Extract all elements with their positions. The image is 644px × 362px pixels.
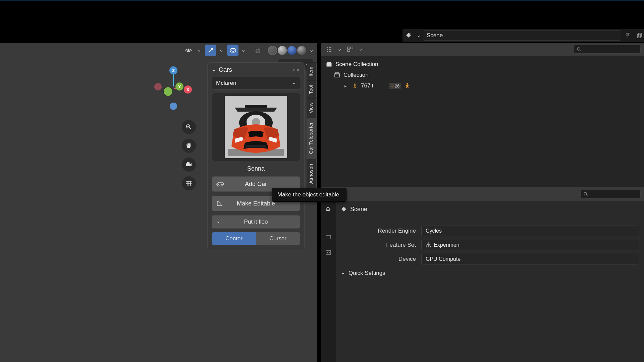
car-thumbnail[interactable] <box>225 96 287 158</box>
scene-dropdown-caret[interactable] <box>417 33 421 39</box>
expand-triangle-icon[interactable] <box>342 83 349 88</box>
segment-center[interactable]: Center <box>212 232 256 245</box>
placement-segmented: Center Cursor <box>212 232 300 245</box>
chevron-down-icon[interactable] <box>337 46 342 53</box>
gizmo-neg-x[interactable] <box>154 83 162 90</box>
properties-body: Scene Render Engine Cycles Feature Set E… <box>336 201 644 362</box>
pin-icon[interactable] <box>623 33 633 39</box>
copy-scene-icon[interactable] <box>635 33 644 39</box>
add-car-label: Add Car <box>212 181 300 188</box>
properties-header <box>321 187 644 201</box>
outliner-mode-icon[interactable] <box>324 45 334 54</box>
svg-rect-25 <box>347 50 350 52</box>
car-icon <box>216 181 225 187</box>
device-row: Device GPU Compute <box>341 254 639 264</box>
overlay-caret[interactable] <box>240 45 247 56</box>
feature-set-dropdown[interactable]: Experimen <box>421 240 639 250</box>
gizmo-y[interactable]: Y <box>175 82 183 90</box>
mesh-count-badge: ▽26 <box>389 83 401 89</box>
svg-point-11 <box>188 162 190 163</box>
tab-tool[interactable]: Tool <box>307 80 317 98</box>
tab-view[interactable]: View <box>307 98 317 117</box>
tab-atmosphere[interactable]: Atmosph <box>307 159 317 188</box>
output-tab-icon[interactable] <box>323 233 333 243</box>
visibility-icon[interactable] <box>183 45 194 56</box>
properties-search[interactable] <box>580 190 641 198</box>
gizmo-caret[interactable] <box>218 45 224 56</box>
svg-point-18 <box>218 185 219 186</box>
shading-mode-group <box>268 46 307 55</box>
device-dropdown[interactable]: GPU Compute <box>421 254 639 264</box>
collection-icon <box>334 72 341 78</box>
svg-point-31 <box>354 83 356 85</box>
3d-viewport[interactable]: Options Z Y X Cars ⠿⠿ Mcla <box>0 43 317 362</box>
warning-icon <box>426 242 431 248</box>
gizmo-z[interactable]: Z <box>169 66 177 74</box>
breadcrumb-label: Scene <box>350 206 367 213</box>
outliner-search[interactable] <box>574 45 641 54</box>
svg-rect-36 <box>326 235 331 239</box>
mesh-icon: ▽ <box>390 83 394 88</box>
outliner-header <box>321 43 644 56</box>
separator <box>250 46 250 55</box>
camera-view-icon[interactable] <box>182 158 196 172</box>
outliner-display-icon[interactable] <box>345 45 355 54</box>
navigation-gizmo[interactable]: Z Y X <box>154 66 201 120</box>
feature-set-value: Experimen <box>434 242 459 248</box>
gizmo-toggle-icon[interactable] <box>205 45 216 56</box>
quick-settings-disclosure[interactable]: Quick Settings <box>341 270 639 277</box>
render-engine-row: Render Engine Cycles <box>341 226 639 236</box>
brand-dropdown[interactable]: Mclaren <box>212 77 300 89</box>
xray-icon[interactable] <box>254 45 261 56</box>
outliner-tree: Scene Collection Collection 767lt ▽26 <box>321 56 644 95</box>
properties-panel: Scene Render Engine Cycles Feature Set E… <box>321 187 644 362</box>
svg-point-10 <box>187 162 188 163</box>
tree-row-object[interactable]: 767lt ▽26 <box>323 80 642 91</box>
gizmo-neg-y[interactable] <box>164 87 172 96</box>
solid-shading-icon[interactable] <box>278 46 287 55</box>
render-engine-dropdown[interactable]: Cycles <box>421 226 639 236</box>
wireframe-shading-icon[interactable] <box>268 46 277 55</box>
scene-data-icon[interactable] <box>402 31 415 40</box>
overlay-toggle-icon[interactable] <box>227 45 238 56</box>
perspective-grid-icon[interactable] <box>182 176 196 190</box>
drag-grip-icon[interactable]: ⠿⠿ <box>293 67 300 72</box>
render-tab-icon[interactable] <box>323 204 333 215</box>
svg-rect-6 <box>255 48 258 51</box>
quick-settings-label: Quick Settings <box>348 270 385 277</box>
svg-point-0 <box>409 33 411 35</box>
tooltip-text: Make the object editable. <box>277 191 341 198</box>
svg-point-38 <box>327 252 328 253</box>
chevron-down-icon[interactable] <box>359 46 363 53</box>
tree-row-scene-collection[interactable]: Scene Collection <box>323 59 642 70</box>
put-on-floor-button[interactable]: Put it floo <box>212 215 300 229</box>
zoom-icon[interactable] <box>182 120 196 134</box>
pose-icon <box>404 83 411 89</box>
gizmo-x[interactable]: X <box>184 85 192 94</box>
car-preview-image <box>225 96 287 158</box>
chevron-down-icon <box>216 219 220 225</box>
segment-cursor[interactable]: Cursor <box>256 232 300 245</box>
outliner-panel: Scene Collection Collection 767lt ▽26 <box>321 43 644 187</box>
device-label: Device <box>341 256 421 262</box>
gizmo-neg-z[interactable] <box>170 103 177 110</box>
cars-panel-header[interactable]: Cars ⠿⠿ <box>212 66 300 73</box>
pan-icon[interactable] <box>182 139 196 153</box>
tab-car-teleporter[interactable]: Car Teleporter <box>307 117 317 159</box>
shading-caret[interactable] <box>309 45 314 56</box>
svg-point-3 <box>187 49 190 51</box>
scene-icon <box>341 206 347 213</box>
svg-point-19 <box>221 185 223 186</box>
svg-rect-30 <box>335 73 339 74</box>
feature-set-label: Feature Set <box>341 242 421 248</box>
view-layer-tab-icon[interactable] <box>323 247 333 257</box>
visibility-caret[interactable] <box>196 45 202 56</box>
properties-breadcrumb[interactable]: Scene <box>341 206 639 213</box>
car-name-label: Senna <box>212 165 300 172</box>
material-shading-icon[interactable] <box>287 46 297 55</box>
device-value: GPU Compute <box>426 256 461 262</box>
rendered-shading-icon[interactable] <box>297 46 306 55</box>
tree-row-collection[interactable]: Collection <box>323 70 642 80</box>
tab-item[interactable]: Item <box>307 62 317 80</box>
scene-name-field[interactable]: Scene <box>423 31 621 41</box>
